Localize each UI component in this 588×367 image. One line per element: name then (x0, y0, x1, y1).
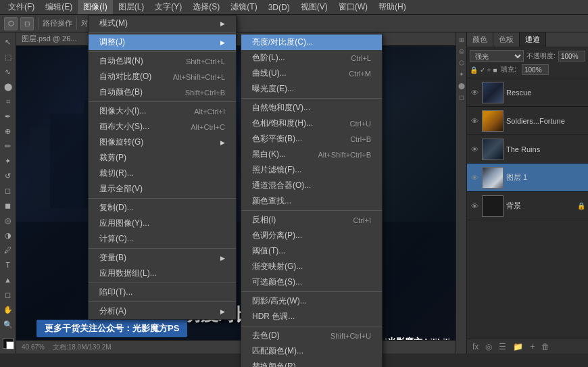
tool-brush[interactable]: ✏ (1, 139, 15, 153)
tool-gradient[interactable]: ◼ (1, 199, 15, 212)
toolbar-btn-1[interactable]: ⬡ (4, 17, 18, 30)
menu-file[interactable]: 文件(F) (3, 0, 40, 14)
menu-item-imagerotate[interactable]: 图像旋转(G) (89, 134, 236, 150)
opacity-input[interactable] (558, 51, 585, 62)
menu-item-mode[interactable]: 模式(M) (89, 16, 236, 31)
mini-tool-5[interactable]: ⬤ (457, 81, 466, 91)
menu-item-trap[interactable]: 陷印(T)... (89, 285, 236, 300)
layer-action-fx[interactable]: fx (470, 341, 481, 352)
adjust-curves[interactable]: 曲线(U)... Ctrl+M (241, 66, 382, 81)
mini-tool-6[interactable]: ◻ (457, 93, 466, 102)
layer-eye-soldiers[interactable]: 👁 (470, 117, 479, 125)
adjust-brightness[interactable]: 亮度/对比度(C)... (241, 34, 382, 50)
adjust-matchcolor[interactable]: 匹配颜色(M)... (241, 343, 382, 359)
adjust-colorbalance[interactable]: 色彩平衡(B)... Ctrl+B (241, 131, 382, 147)
adjust-posterize[interactable]: 色调分离(P)... (241, 228, 382, 243)
blend-mode-select[interactable]: 强光 (470, 50, 524, 62)
layer-item-rescue[interactable]: 👁 Rescue (467, 78, 588, 107)
tool-eyedropper[interactable]: ✒ (1, 109, 15, 123)
menu-window[interactable]: 窗口(W) (333, 0, 373, 14)
tool-hand[interactable]: ✋ (1, 303, 15, 316)
adjust-exposure[interactable]: 曝光度(E)... (241, 81, 382, 97)
tool-stamp[interactable]: ✦ (1, 154, 15, 168)
background-color[interactable] (6, 341, 14, 349)
menu-3d[interactable]: 3D(D) (263, 1, 295, 14)
adjust-selectivecolor[interactable]: 可选颜色(S)... (241, 274, 382, 290)
menu-text[interactable]: 文字(Y) (149, 0, 187, 14)
tool-shape[interactable]: ◻ (1, 288, 15, 301)
layer-eye-layer1[interactable]: 👁 (470, 174, 479, 182)
adjust-levels[interactable]: 色阶(L)... Ctrl+L (241, 50, 382, 66)
adjust-hsl[interactable]: 色相/饱和度(H)... Ctrl+U (241, 116, 382, 131)
adjust-photofilter[interactable]: 照片滤镜(F)... (241, 162, 382, 178)
tool-select[interactable]: ⬚ (1, 50, 15, 64)
tab-swatches[interactable]: 色板 (493, 32, 520, 47)
menu-item-autocontrast[interactable]: 自动对比度(O) Alt+Shift+Ctrl+L (89, 69, 236, 84)
adjust-bw[interactable]: 黑白(K)... Alt+Shift+Ctrl+B (241, 147, 382, 162)
menu-item-crop[interactable]: 裁剪(P) (89, 150, 236, 166)
mini-tool-1[interactable]: ⊞ (457, 35, 466, 45)
menu-filter[interactable]: 滤镜(T) (225, 0, 262, 14)
image-menu-dropdown[interactable]: 模式(M) 调整(J) 自动色调(N) Shift+Ctrl+L 自动对比度(O… (88, 15, 237, 320)
menu-item-duplicate[interactable]: 复制(D)... (89, 200, 236, 216)
adjust-channelmixer[interactable]: 通道混合器(O)... (241, 178, 382, 193)
adjust-colorlookup[interactable]: 颜色查找... (241, 193, 382, 209)
menu-item-apply[interactable]: 应用图像(Y)... (89, 216, 236, 231)
fill-input[interactable] (522, 64, 549, 75)
adjust-desaturate[interactable]: 去色(D) Shift+Ctrl+U (241, 328, 382, 343)
tool-move[interactable]: ↖ (1, 35, 15, 49)
tool-history[interactable]: ↺ (1, 169, 15, 182)
tool-blur[interactable]: ◎ (1, 214, 15, 227)
layer-action-delete[interactable]: 🗑 (539, 341, 552, 352)
layer-eye-ruins[interactable]: 👁 (470, 145, 479, 153)
menu-item-trim[interactable]: 裁切(R)... (89, 166, 236, 181)
adjust-threshold[interactable]: 阈值(T)... (241, 243, 382, 259)
menu-item-autolevels[interactable]: 自动色调(N) Shift+Ctrl+L (89, 53, 236, 69)
menu-item-reveal[interactable]: 显示全部(V) (89, 181, 236, 197)
tool-magic[interactable]: ⬤ (1, 80, 15, 93)
layer-eye-rescue[interactable]: 👁 (470, 89, 479, 97)
tool-lasso[interactable]: ∿ (1, 65, 15, 78)
menu-item-adjust[interactable]: 调整(J) (89, 34, 236, 50)
foreground-color[interactable] (3, 338, 14, 349)
layer-action-group[interactable]: 📁 (510, 341, 526, 352)
layer-eye-bg[interactable]: 👁 (470, 202, 479, 210)
menu-item-analysis[interactable]: 分析(A) (89, 303, 236, 319)
layer-action-mask[interactable]: ◎ (483, 341, 495, 352)
tab-channels[interactable]: 通道 (520, 32, 546, 47)
menu-edit[interactable]: 编辑(E) (40, 0, 78, 14)
layer-item-ruins[interactable]: 👁 The Ruins (467, 135, 588, 164)
tool-eraser[interactable]: ◻ (1, 184, 15, 197)
tab-color[interactable]: 颜色 (467, 32, 493, 47)
adjust-invert[interactable]: 反相(I) Ctrl+I (241, 212, 382, 228)
adjust-shadowhighlight[interactable]: 阴影/高光(W)... (241, 293, 382, 309)
menu-item-calc[interactable]: 计算(C)... (89, 231, 236, 247)
mini-tool-4[interactable]: ✦ (457, 70, 466, 79)
adjust-submenu[interactable]: 亮度/对比度(C)... 色阶(L)... Ctrl+L 曲线(U)... Ct… (241, 34, 383, 367)
tool-spot-heal[interactable]: ⊕ (1, 124, 15, 138)
layer-action-new[interactable]: + (527, 341, 537, 352)
layer-action-adj[interactable]: ☰ (496, 341, 509, 352)
tool-crop[interactable]: ⌗ (1, 95, 15, 108)
adjust-vibrance[interactable]: 自然饱和度(V)... (241, 100, 382, 116)
mini-tool-3[interactable]: ⬡ (457, 58, 466, 68)
tool-zoom[interactable]: 🔍 (1, 318, 15, 331)
menu-image[interactable]: 图像(I) (78, 0, 112, 14)
menu-view[interactable]: 视图(V) (295, 0, 333, 14)
layer-item-layer1[interactable]: 👁 图层 1 (467, 164, 588, 192)
menu-item-autocolor[interactable]: 自动颜色(B) Shift+Ctrl+B (89, 84, 236, 100)
tool-pen[interactable]: 🖊 (1, 243, 15, 257)
menu-item-variables[interactable]: 变量(B) (89, 250, 236, 266)
adjust-replacecolor[interactable]: 替换颜色(R)... (241, 359, 382, 367)
menu-layer[interactable]: 图层(L) (113, 0, 150, 14)
menu-item-applydata[interactable]: 应用数据组(L)... (89, 266, 236, 281)
mini-tool-2[interactable]: ◎ (457, 47, 466, 56)
layer-item-bg[interactable]: 👁 背景 🔒 (467, 192, 588, 220)
layer-item-soldiers[interactable]: 👁 Soldiers...Fortune (467, 107, 588, 135)
tool-text[interactable]: T (1, 258, 15, 272)
menu-select[interactable]: 选择(S) (187, 0, 225, 14)
tool-path-select[interactable]: ▲ (1, 273, 15, 287)
menu-item-canvassize[interactable]: 画布大小(S)... Alt+Ctrl+C (89, 119, 236, 134)
menu-help[interactable]: 帮助(H) (373, 0, 412, 14)
menu-item-imagesize[interactable]: 图像大小(I)... Alt+Ctrl+I (89, 103, 236, 119)
